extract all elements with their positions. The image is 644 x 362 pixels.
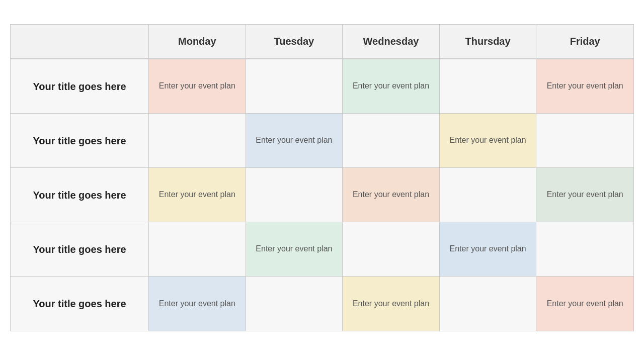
calendar-cell[interactable] xyxy=(149,114,246,167)
calendar-cell[interactable]: Enter your event plan xyxy=(536,59,633,113)
header-day-wednesday: Wednesday xyxy=(343,25,440,58)
calendar-cell[interactable]: Enter your event plan xyxy=(149,59,246,113)
calendar-cell[interactable]: Enter your event plan xyxy=(343,168,440,222)
calendar-row: Your title goes hereEnter your event pla… xyxy=(11,59,633,114)
calendar-cell[interactable]: Enter your event plan xyxy=(246,222,343,276)
calendar-cell[interactable] xyxy=(343,114,440,167)
calendar-cell[interactable]: Enter your event plan xyxy=(536,168,633,222)
calendar-cell[interactable] xyxy=(343,222,440,276)
calendar-cell[interactable] xyxy=(440,59,537,113)
calendar-header: MondayTuesdayWednesdayThursdayFriday xyxy=(11,25,633,59)
calendar-cell[interactable] xyxy=(246,59,343,113)
calendar-row: Your title goes hereEnter your event pla… xyxy=(11,222,633,277)
header-empty-cell xyxy=(11,25,149,58)
row-title-2: Your title goes here xyxy=(11,168,149,222)
calendar-cell[interactable] xyxy=(149,222,246,276)
calendar-row: Your title goes hereEnter your event pla… xyxy=(11,168,633,222)
calendar-cell[interactable]: Enter your event plan xyxy=(440,222,537,276)
row-title-1: Your title goes here xyxy=(11,114,149,167)
calendar-row: Your title goes hereEnter your event pla… xyxy=(11,114,633,168)
calendar-cell[interactable] xyxy=(536,222,633,276)
row-title-3: Your title goes here xyxy=(11,222,149,276)
header-day-friday: Friday xyxy=(536,25,633,58)
calendar-cell[interactable] xyxy=(246,168,343,222)
calendar-cell[interactable]: Enter your event plan xyxy=(246,114,343,167)
calendar-body: Your title goes hereEnter your event pla… xyxy=(11,59,633,331)
header-day-monday: Monday xyxy=(149,25,246,58)
calendar-cell[interactable] xyxy=(440,168,537,222)
calendar-cell[interactable]: Enter your event plan xyxy=(536,277,633,331)
calendar-cell[interactable]: Enter your event plan xyxy=(440,114,537,167)
row-title-4: Your title goes here xyxy=(11,277,149,331)
calendar-cell[interactable]: Enter your event plan xyxy=(149,168,246,222)
calendar-cell[interactable] xyxy=(246,277,343,331)
calendar-cell[interactable] xyxy=(536,114,633,167)
calendar-cell[interactable]: Enter your event plan xyxy=(343,59,440,113)
row-title-0: Your title goes here xyxy=(11,59,149,113)
header-day-tuesday: Tuesday xyxy=(246,25,343,58)
calendar-cell[interactable]: Enter your event plan xyxy=(343,277,440,331)
calendar-cell[interactable]: Enter your event plan xyxy=(149,277,246,331)
header-day-thursday: Thursday xyxy=(440,25,537,58)
calendar-row: Your title goes hereEnter your event pla… xyxy=(11,277,633,331)
calendar-table: MondayTuesdayWednesdayThursdayFriday You… xyxy=(10,24,634,331)
calendar-cell[interactable] xyxy=(440,277,537,331)
